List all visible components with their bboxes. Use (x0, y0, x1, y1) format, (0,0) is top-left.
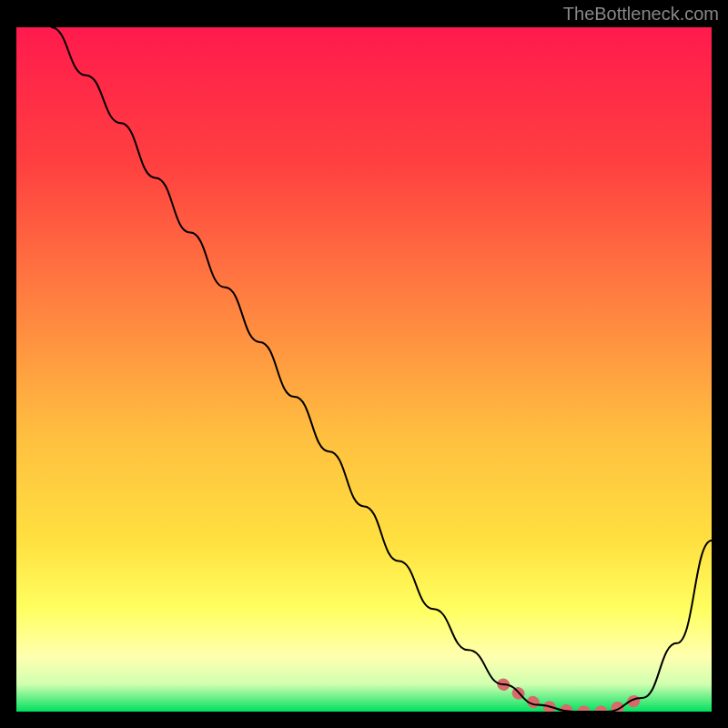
watermark-text: TheBottleneck.com (563, 4, 719, 25)
bottleneck-curve (16, 27, 712, 712)
chart-container (16, 27, 712, 712)
